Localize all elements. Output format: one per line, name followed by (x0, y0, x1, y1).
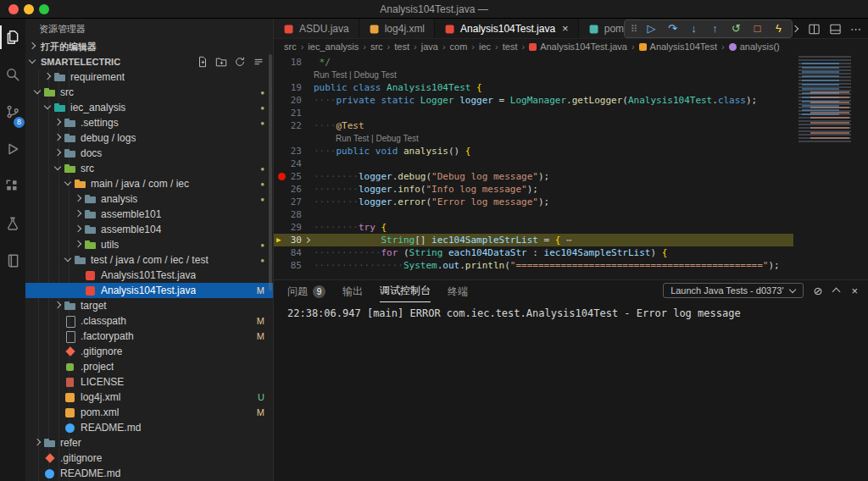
breadcrumb-item[interactable]: iec_analysis (308, 41, 359, 52)
breadcrumb-item[interactable]: test (503, 41, 518, 52)
gutter[interactable]: 18 (274, 56, 314, 69)
maximize-panel-icon[interactable] (832, 286, 841, 295)
more-actions-icon[interactable]: ⋯ (850, 23, 861, 36)
tree-item[interactable]: requirement (25, 69, 273, 85)
breadcrumb-item[interactable]: src (284, 41, 297, 52)
code-line[interactable]: 84············for (String each104DataStr… (274, 246, 793, 259)
tree-item[interactable]: LICENSE (25, 374, 273, 390)
tab-problems[interactable]: 问题9 (287, 280, 326, 302)
breadcrumb-item[interactable]: java (421, 41, 438, 52)
gutter[interactable]: 26 (274, 183, 314, 196)
tree-item[interactable]: assemble104 (25, 222, 273, 237)
gutter[interactable]: 24 (274, 158, 314, 170)
tree-item[interactable]: .classpathM (25, 313, 273, 329)
tab-analysis104test-java[interactable]: Analysis104Test.java× (435, 19, 579, 38)
gutter[interactable]: 28 (274, 208, 314, 221)
tree-item[interactable]: src● (25, 161, 273, 176)
activity-search-button[interactable] (0, 56, 25, 93)
code-line[interactable]: 24 (274, 158, 793, 170)
refresh-icon[interactable] (234, 56, 246, 68)
gutter[interactable]: 27 (274, 196, 314, 208)
tree-item[interactable]: .gitignore (25, 344, 273, 359)
code-line[interactable]: 22····@Test (274, 119, 793, 132)
stop-button[interactable]: □ (748, 20, 767, 37)
breadcrumb-item[interactable]: iec (479, 41, 491, 52)
activity-testing-button[interactable] (0, 205, 25, 242)
gutter[interactable]: 25 (274, 170, 314, 183)
tree-item[interactable]: iec_analysis● (25, 100, 273, 115)
tab-output[interactable]: 输出 (342, 280, 363, 302)
tree-item[interactable]: test / java / com / iec / test● (25, 252, 273, 268)
tree-item[interactable]: .project (25, 359, 273, 374)
breadcrumb-item[interactable]: src (370, 41, 383, 52)
code-line[interactable]: 20····private static Logger logger = Log… (274, 94, 793, 107)
tab-log4j-xml[interactable]: log4j.xml (359, 19, 435, 38)
code-line[interactable]: 29········try { (274, 221, 793, 234)
tree-item[interactable]: analysis● (25, 191, 273, 207)
tree-item[interactable]: README.md (25, 420, 273, 435)
collapse-all-icon[interactable] (253, 56, 264, 68)
code-line[interactable]: 85················System.out.println("==… (274, 259, 793, 272)
continue-button[interactable]: ▷ (642, 20, 661, 37)
codelens-run-test[interactable]: Run Test | Debug Test (314, 69, 397, 81)
debug-session-picker[interactable]: Launch Java Tests - d0373' (663, 283, 803, 298)
tree-item[interactable]: refer (25, 435, 273, 451)
step-into-button[interactable]: ↓ (684, 20, 704, 37)
tab-overflow-icon[interactable] (793, 25, 799, 32)
tree-item[interactable]: pom.xmlM (25, 405, 273, 420)
tree-item[interactable]: src● (25, 85, 273, 100)
activity-source-control-button[interactable]: 8 (0, 93, 25, 130)
restart-button[interactable]: ↺ (726, 20, 746, 37)
tree-item[interactable]: .factorypathM (25, 329, 273, 344)
tree-item[interactable]: main / java / com / iec● (25, 176, 273, 191)
tree-item-selected[interactable]: Analysis104Test.javaM (25, 283, 273, 298)
sidebar-scrollbar[interactable] (269, 54, 272, 291)
tab-terminal[interactable]: 终端 (448, 280, 468, 302)
open-editors-section[interactable]: 打开的编辑器 (25, 39, 273, 54)
layout-panel-icon[interactable] (829, 23, 842, 36)
tree-item[interactable]: assemble101 (25, 207, 273, 222)
code-line[interactable]: 27········logger.error("Error log messag… (274, 196, 793, 208)
activity-run-debug-button[interactable] (0, 130, 25, 168)
code-line[interactable]: 23····public void analysis() { (274, 145, 793, 158)
close-icon[interactable]: × (562, 22, 569, 35)
tree-item[interactable]: .gitignore (25, 451, 273, 466)
drag-handle-icon[interactable]: ⠿ (628, 20, 640, 37)
code-line-current-debug[interactable]: ▶30············String[] iec104SampleStrL… (274, 234, 793, 246)
close-panel-icon[interactable]: × (851, 285, 858, 297)
activity-explorer-button[interactable] (0, 19, 25, 56)
breakpoint-icon[interactable] (278, 173, 286, 180)
tree-item[interactable]: log4j.xmlU (25, 390, 273, 405)
tree-item[interactable]: target (25, 298, 273, 313)
hot-code-replace-button[interactable]: ϟ (769, 20, 788, 37)
tree-item[interactable]: .settings● (25, 115, 273, 130)
step-out-button[interactable]: ↑ (705, 20, 725, 37)
gutter[interactable]: 19 (274, 81, 314, 94)
gutter[interactable]: ▶30 (274, 234, 314, 246)
gutter[interactable]: 23 (274, 145, 314, 158)
tab-asdu-java[interactable]: ASDU.java (274, 19, 359, 38)
new-folder-icon[interactable] (215, 56, 227, 68)
gutter[interactable]: 84 (274, 246, 314, 259)
code-line-breakpoint[interactable]: 25········logger.debug("Debug log messag… (274, 170, 793, 183)
new-file-icon[interactable] (197, 56, 209, 68)
activity-references-button[interactable] (0, 242, 25, 279)
breadcrumb-item-class[interactable]: Analysis104Test (639, 41, 718, 52)
workspace-section[interactable]: SMARTELECTRIC (25, 54, 273, 69)
codelens-run-test[interactable]: Run Test | Debug Test (336, 132, 419, 145)
step-over-button[interactable]: ↷ (663, 20, 682, 37)
tree-item[interactable]: Analysis101Test.java (25, 268, 273, 283)
breadcrumb-item[interactable]: com (450, 41, 468, 52)
activity-extensions-button[interactable] (0, 168, 25, 205)
gutter[interactable]: 29 (274, 221, 314, 234)
tree-item[interactable]: debug / logs (25, 130, 273, 146)
code-editor[interactable]: 18 */ Run Test | Debug Test 19public cla… (274, 54, 868, 279)
breadcrumb-item-file[interactable]: Analysis104Test.java (529, 41, 627, 52)
code-line[interactable]: 28 (274, 208, 793, 221)
clear-console-icon[interactable]: ⊘ (814, 285, 823, 297)
split-editor-icon[interactable] (808, 23, 821, 36)
minimap[interactable] (795, 54, 868, 147)
breadcrumb-item[interactable]: test (394, 41, 409, 52)
tree-item[interactable]: utils● (25, 237, 273, 252)
gutter[interactable]: 22 (274, 119, 314, 132)
